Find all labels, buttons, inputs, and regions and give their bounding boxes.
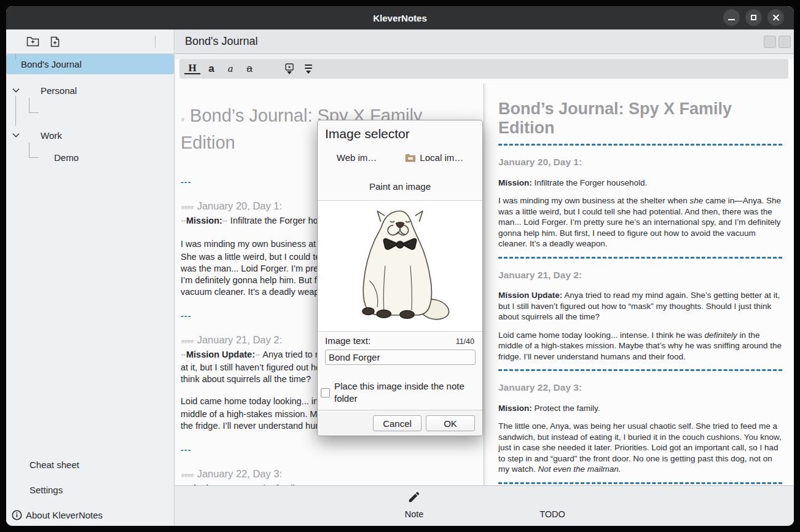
tree-connector	[15, 54, 16, 60]
preview-text: Infiltrate the Forger household.	[532, 178, 648, 187]
preview-italic-text: definitely	[704, 331, 737, 340]
strikethrough-button[interactable]: a	[241, 61, 257, 77]
cancel-button[interactable]: Cancel	[373, 415, 422, 431]
preview-bold-text: Mission:	[498, 178, 532, 187]
nav-tab-todo[interactable]: TODO	[525, 486, 580, 526]
markdown-preview[interactable]: Bond’s Journal: Spy X Family Edition Jan…	[485, 84, 794, 485]
cheat-sheet-label: Cheat sheet	[29, 460, 79, 470]
about-button[interactable]: About KleverNotes	[6, 504, 174, 525]
paint-image-button[interactable]: Paint an image	[364, 179, 436, 194]
minimize-button[interactable]	[723, 9, 740, 26]
editor-hr: ---	[181, 444, 477, 456]
sidebar-toolbar	[6, 29, 174, 54]
md-h4-marker: ####	[181, 338, 194, 345]
tree-item-label: Bond's Journal	[21, 59, 82, 69]
sidebar: Personal Bond's Journal Work Demo Cheat …	[6, 29, 175, 526]
nav-todo-label: TODO	[539, 509, 565, 519]
md-bold-marker: **	[181, 219, 186, 225]
tree-item-bonds-journal[interactable]: Bond's Journal	[6, 54, 174, 74]
preview-day3-mission: Mission: Protect the family.	[498, 403, 782, 414]
editor-bold-text: Mission Update:	[186, 350, 255, 359]
tree-item-work[interactable]: Work	[6, 126, 174, 144]
new-note-button[interactable]	[47, 34, 62, 49]
dialog-source-buttons: Web im… Local im…	[318, 150, 482, 165]
image-text-input[interactable]	[325, 350, 476, 365]
insert-table-button[interactable]	[300, 61, 316, 77]
new-note-icon	[50, 36, 60, 47]
image-preview-panel	[318, 200, 482, 332]
maximize-button[interactable]	[745, 9, 762, 26]
new-folder-icon	[26, 36, 39, 47]
chevron-down-icon[interactable]	[11, 130, 21, 140]
preview-text: Loid came home today looking... intense.…	[498, 331, 704, 340]
editor-day2-heading-text: January 21, Day 2:	[197, 334, 283, 345]
settings-label: Settings	[29, 485, 63, 495]
preview-dashed-rule	[498, 482, 782, 484]
editor-day3-heading: #### January 22, Day 3:	[181, 468, 477, 482]
insert-image-icon	[285, 63, 294, 74]
preview-bold-text: Mission:	[498, 404, 532, 413]
preview-italic-text: she	[689, 196, 703, 205]
place-image-checkbox-row[interactable]: Place this image inside the note folder	[321, 380, 465, 405]
insert-table-icon	[304, 64, 313, 74]
local-image-button[interactable]: Local im…	[404, 150, 465, 165]
about-label: About KleverNotes	[26, 510, 103, 520]
bottom-navigation: Note TODO	[175, 485, 794, 526]
insert-image-button[interactable]	[281, 61, 297, 77]
sidebar-toolbar-separator	[155, 36, 155, 48]
tree-item-demo[interactable]: Demo	[6, 148, 174, 166]
titlebar[interactable]: KleverNotes	[6, 6, 794, 29]
nav-tab-note[interactable]: Note	[386, 486, 442, 526]
web-image-button[interactable]: Web im…	[335, 150, 378, 165]
ok-button[interactable]: OK	[426, 415, 475, 431]
preview-day2-paragraph: Loid came home today looking... intense.…	[498, 330, 782, 362]
preview-day1-mission: Mission: Infiltrate the Forger household…	[498, 178, 782, 189]
page-title: Bond's Journal	[185, 35, 258, 48]
web-image-label: Web im…	[337, 152, 377, 163]
maximize-icon	[751, 15, 756, 20]
md-bold-marker: **	[255, 353, 261, 359]
preview-day3-heading: January 22, Day 3:	[498, 382, 782, 393]
cheat-sheet-button[interactable]: Cheat sheet	[6, 454, 174, 475]
md-h1-marker: #	[181, 117, 185, 123]
preview-bold-text: Mission Update:	[498, 291, 562, 300]
dialog-footer: Cancel OK	[318, 410, 482, 436]
preview-day2-mission: Mission Update: Anya tried to read my mi…	[498, 290, 782, 323]
header-action-button-2[interactable]	[778, 36, 791, 48]
app-body: Personal Bond's Journal Work Demo Cheat …	[6, 29, 794, 526]
preview-day3-paragraph: The little one, Anya, was being her usua…	[498, 421, 782, 475]
tree-item-label: Demo	[54, 152, 79, 163]
heading-button[interactable]: H	[184, 63, 200, 74]
md-bold-marker: **	[222, 219, 228, 225]
char-count: 11/40	[456, 337, 474, 346]
new-category-button[interactable]	[25, 34, 40, 49]
tree-item-label: Work	[41, 130, 62, 141]
note-tree: Personal Bond's Journal Work Demo	[6, 54, 174, 74]
chevron-down-icon[interactable]	[11, 85, 21, 95]
bold-button[interactable]: a	[203, 61, 219, 77]
close-icon	[772, 14, 779, 21]
italic-button[interactable]: a	[222, 61, 238, 77]
window-title: KleverNotes	[373, 13, 427, 23]
editor-day1-heading-text: January 20, Day 1:	[197, 200, 283, 211]
local-image-label: Local im…	[420, 152, 463, 163]
dialog-title: Image selector	[325, 127, 475, 141]
checkbox[interactable]	[321, 388, 330, 397]
editor-bold-text: Mission:	[186, 216, 222, 225]
header-action-button-1[interactable]	[764, 36, 776, 48]
tree-item-personal[interactable]: Personal	[6, 81, 174, 100]
tree-connector	[29, 98, 29, 112]
settings-button[interactable]: Settings	[6, 479, 174, 500]
close-button[interactable]	[767, 9, 784, 26]
checkbox-label: Place this image inside the note folder	[334, 380, 465, 405]
preview-day1-heading: January 20, Day 1:	[498, 157, 782, 168]
md-bold-marker: **	[181, 353, 186, 359]
minimize-icon	[728, 19, 735, 20]
tree-connector	[15, 96, 16, 126]
main-area: Bond's Journal H a a a	[175, 29, 794, 526]
format-toolbar: H a a a	[179, 59, 788, 79]
image-text-label: Image text:	[325, 335, 371, 346]
editor-day3-heading-text: January 22, Day 3:	[197, 468, 283, 479]
nav-note-label: Note	[405, 509, 424, 519]
md-h4-marker: ####	[181, 205, 194, 211]
